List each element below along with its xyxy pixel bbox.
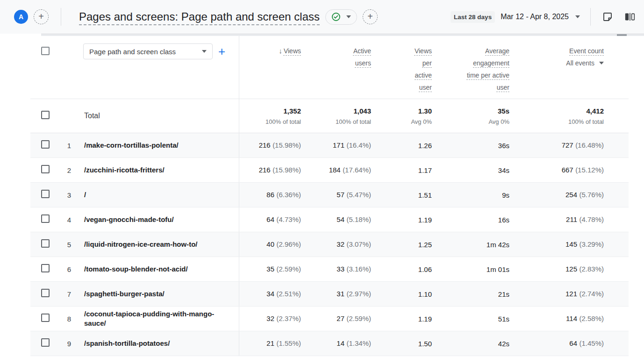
row-page-path: /vegan-gnocchi-made-tofu/ <box>84 215 174 224</box>
select-all-checkbox[interactable] <box>41 47 50 55</box>
table-row: 8 /coconut-tapioca-pudding-with-mango-sa… <box>30 307 629 331</box>
table-row: 4 /vegan-gnocchi-made-tofu/ 64 (4.73%) 5… <box>30 207 629 232</box>
total-row-checkbox[interactable] <box>41 111 50 119</box>
row-rank: 3 <box>51 191 78 199</box>
row-event-count: 211 (4.78%) <box>509 215 604 224</box>
row-rank: 5 <box>51 241 78 249</box>
row-views-per-active-user: 1.19 <box>371 315 432 323</box>
row-page-path: /liquid-nitrogen-ice-cream-how-to/ <box>84 240 198 249</box>
dimension-dropdown[interactable]: Page path and screen class <box>83 43 213 59</box>
table-row: 9 /spanish-tortilla-potatoes/ 21 (1.55%)… <box>30 331 629 356</box>
row-page-path: /spanish-tortilla-potatoes/ <box>84 339 170 348</box>
row-checkbox[interactable] <box>41 140 50 149</box>
add-dimension-button[interactable]: + <box>218 45 225 57</box>
caret-down-icon <box>599 62 604 64</box>
row-active-users: 27 (2.59%) <box>301 314 371 323</box>
add-report-button[interactable]: + <box>363 9 378 24</box>
row-checkbox[interactable] <box>41 264 50 272</box>
row-avg-engagement: 9s <box>432 191 509 199</box>
row-views: 34 (2.51%) <box>239 290 301 298</box>
row-event-count: 121 (2.74%) <box>509 290 604 298</box>
row-active-users: 33 (3.16%) <box>301 265 371 273</box>
column-header-active-users: Active users <box>301 36 371 69</box>
row-views-per-active-user: 1.19 <box>371 216 432 224</box>
total-event-count: 4,412 100% of total <box>509 107 604 125</box>
plus-icon: + <box>38 12 44 21</box>
row-views-per-active-user: 1.06 <box>371 265 432 273</box>
account-avatar[interactable]: A <box>14 10 28 24</box>
row-avg-engagement: 1m 01s <box>432 265 509 273</box>
row-page-path: /make-corn-tortillas-polenta/ <box>84 141 179 150</box>
row-page-path: /spaghetti-burger-pasta/ <box>84 289 165 299</box>
column-header-views-label[interactable]: Views <box>284 45 301 57</box>
row-avg-engagement: 51s <box>432 315 509 323</box>
row-avg-engagement: 42s <box>432 340 509 348</box>
row-checkbox[interactable] <box>41 190 50 198</box>
row-page-path: / <box>84 190 86 200</box>
row-views: 216 (15.98%) <box>239 166 301 174</box>
row-views: 40 (2.96%) <box>239 240 301 249</box>
caret-down-icon[interactable] <box>575 15 580 18</box>
column-header-views: ↓Views <box>239 36 301 57</box>
add-comparison-button[interactable]: + <box>34 9 49 24</box>
row-active-users: 184 (17.64%) <box>301 166 371 174</box>
table-row: 7 /spaghetti-burger-pasta/ 34 (2.51%) 31… <box>30 282 629 307</box>
table-row: 1 /make-corn-tortillas-polenta/ 216 (15.… <box>30 133 629 158</box>
total-views: 1,352 100% of total <box>239 107 301 125</box>
divider <box>590 8 591 26</box>
row-event-count: 125 (2.83%) <box>509 265 604 273</box>
column-header-views-per-active-user: Views per active user <box>371 36 432 93</box>
report-table: Page path and screen class + ↓Views Acti… <box>30 36 629 356</box>
total-active-users: 1,043 100% of total <box>301 107 371 125</box>
report-status-pill[interactable] <box>325 9 357 25</box>
row-rank: 8 <box>51 315 78 323</box>
row-event-count: 145 (3.29%) <box>509 240 604 249</box>
row-event-count: 114 (2.58%) <box>509 314 604 323</box>
row-views: 21 (1.55%) <box>239 339 301 348</box>
row-views-per-active-user: 1.17 <box>371 166 432 174</box>
row-checkbox[interactable] <box>41 165 50 173</box>
caret-down-icon <box>202 50 207 53</box>
row-avg-engagement: 16s <box>432 216 509 224</box>
plus-icon: + <box>367 12 373 21</box>
row-rank: 1 <box>51 142 78 150</box>
row-active-users: 31 (2.97%) <box>301 290 371 298</box>
row-checkbox[interactable] <box>41 314 50 322</box>
table-row: 5 /liquid-nitrogen-ice-cream-how-to/ 40 … <box>30 232 629 257</box>
row-views-per-active-user: 1.10 <box>371 290 432 298</box>
page-title[interactable]: Pages and screens: Page path and screen … <box>79 10 320 23</box>
row-active-users: 171 (16.4%) <box>301 141 371 150</box>
check-circle-icon <box>331 12 341 21</box>
row-page-path: /coconut-tapioca-pudding-with-mango-sauc… <box>84 309 220 328</box>
row-active-users: 57 (5.47%) <box>301 191 371 199</box>
report-header: A + Pages and screens: Page path and scr… <box>0 0 644 34</box>
row-rank: 4 <box>51 216 78 224</box>
event-filter-dropdown[interactable]: All events <box>566 57 604 69</box>
row-checkbox[interactable] <box>41 338 50 347</box>
row-views: 86 (6.36%) <box>239 191 301 199</box>
row-page-path: /tomato-soup-blender-not-acid/ <box>84 264 188 274</box>
row-avg-engagement: 36s <box>432 142 509 150</box>
total-views-per-active-user: 1.30 Avg 0% <box>371 107 432 125</box>
row-event-count: 254 (5.76%) <box>509 191 604 199</box>
table-header-row: Page path and screen class + ↓Views Acti… <box>30 36 629 99</box>
row-rank: 9 <box>51 340 78 348</box>
dimension-dropdown-value: Page path and screen class <box>89 48 176 56</box>
row-rank: 2 <box>51 166 78 174</box>
row-views: 216 (15.98%) <box>239 141 301 150</box>
row-event-count: 64 (1.45%) <box>509 339 604 348</box>
date-range-value[interactable]: Mar 12 - Apr 8, 2025 <box>501 13 569 21</box>
row-rank: 7 <box>51 290 78 298</box>
row-views-per-active-user: 1.50 <box>371 340 432 348</box>
row-views: 64 (4.73%) <box>239 215 301 224</box>
row-checkbox[interactable] <box>41 214 50 223</box>
row-checkbox[interactable] <box>41 289 50 297</box>
row-active-users: 32 (3.07%) <box>301 240 371 249</box>
table-total-row: Total 1,352 100% of total 1,043 100% of … <box>30 99 629 133</box>
row-checkbox[interactable] <box>41 239 50 248</box>
table-row: 6 /tomato-soup-blender-not-acid/ 35 (2.5… <box>30 257 629 282</box>
row-event-count: 667 (15.12%) <box>509 166 604 174</box>
ab-compare-icon[interactable] <box>624 11 636 22</box>
column-header-event-count: Event count All events <box>509 36 604 69</box>
note-icon[interactable] <box>602 11 613 22</box>
